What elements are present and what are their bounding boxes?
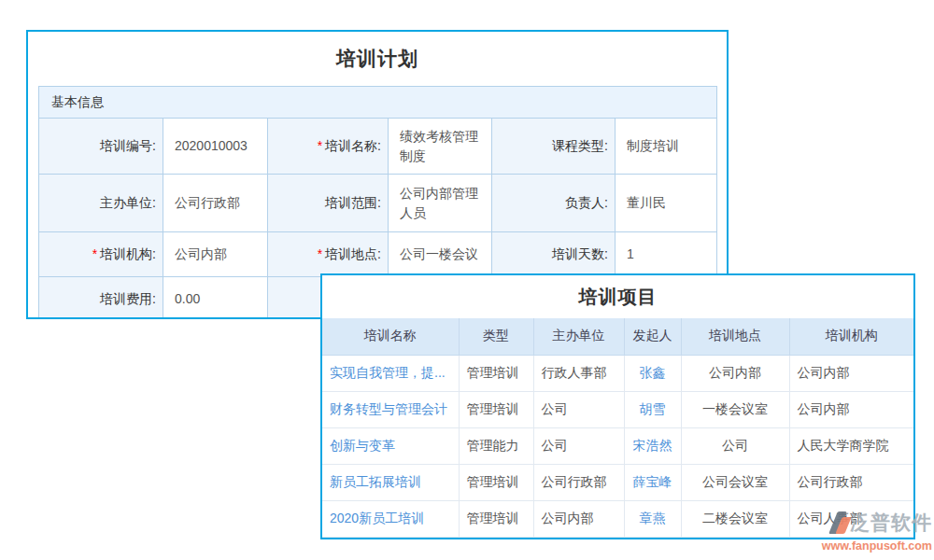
watermark-website-url: www.fanpusoft.com [814,539,932,553]
column-header: 类型 [459,318,533,355]
table-row: 2020新员工培训管理培训公司内部章燕二楼会议室公司人事部 [322,500,913,537]
table-row: 实现自我管理，提...管理培训行政人事部张鑫公司内部公司内部 [322,355,913,391]
cell-institution: 公司内部 [789,355,913,391]
cell-institution: 公司内部 [789,391,913,427]
cell-type: 管理能力 [459,427,533,464]
training-projects-panel: 培训项目 培训名称类型主办单位发起人培训地点培训机构 实现自我管理，提...管理… [320,273,915,539]
cell-name: 财务转型与管理会计 [322,391,459,427]
cell-initiator: 薛宝峰 [624,464,681,500]
required-asterisk: * [318,138,322,153]
table-row: 新员工拓展培训管理培训公司行政部薛宝峰公司会议室公司行政部 [322,464,913,500]
initiator-link[interactable]: 胡雪 [640,401,666,416]
column-header: 主办单位 [533,318,624,355]
field-label: 负责人: [492,175,616,232]
cell-name: 新员工拓展培训 [322,464,459,500]
table-row: 财务转型与管理会计管理培训公司胡雪一楼会议室公司内部 [322,391,913,427]
field-value: 绩效考核管理制度 [389,119,492,175]
column-header: 发起人 [624,318,681,355]
cell-organizer: 行政人事部 [533,355,624,391]
cell-organizer: 公司内部 [533,500,624,537]
form-row: 培训编号:2020010003*培训名称:绩效考核管理制度课程类型:制度培训 [39,119,717,175]
cell-type: 管理培训 [459,355,533,391]
field-label: 课程类型: [492,119,616,175]
field-label: 培训范围: [268,175,389,232]
cell-name: 实现自我管理，提... [322,355,459,391]
field-value: 0.00 [163,277,268,320]
cell-initiator: 张鑫 [624,355,681,391]
field-value: 公司内部管理人员 [389,175,492,232]
column-header: 培训名称 [322,318,459,355]
field-label: *培训机构: [39,232,163,277]
field-value: 2020010003 [163,119,268,175]
cell-location: 二楼会议室 [681,500,789,537]
field-value: 1 [616,232,717,277]
cell-type: 管理培训 [459,500,533,537]
field-label: 培训编号: [39,119,163,175]
project-name-link[interactable]: 新员工拓展培训 [330,474,421,489]
field-value: 制度培训 [616,119,717,175]
column-header: 培训机构 [789,318,913,355]
required-asterisk: * [92,246,97,261]
cell-initiator: 宋浩然 [624,427,681,464]
initiator-link[interactable]: 章燕 [640,511,666,525]
form-row: 主办单位:公司行政部培训范围:公司内部管理人员负责人:董川民 [39,175,717,232]
field-value: 公司内部 [163,232,268,277]
projects-table: 培训名称类型主办单位发起人培训地点培训机构 实现自我管理，提...管理培训行政人… [322,318,913,538]
project-name-link[interactable]: 2020新员工培训 [330,511,424,525]
table-row: 创新与变革管理能力公司宋浩然公司人民大学商学院 [322,427,913,464]
initiator-link[interactable]: 张鑫 [640,365,666,380]
project-name-link[interactable]: 创新与变革 [330,438,395,453]
cell-institution: 公司行政部 [789,464,913,500]
cell-initiator: 胡雪 [624,391,681,427]
field-value: 董川民 [616,175,717,232]
cell-organizer: 公司 [533,391,624,427]
initiator-link[interactable]: 宋浩然 [633,438,672,453]
cell-institution: 公司人事部 [789,500,913,537]
cell-name: 2020新员工培训 [322,500,459,537]
project-name-link[interactable]: 实现自我管理，提... [330,365,446,380]
field-value: 公司一楼会议 [389,232,492,277]
cell-type: 管理培训 [459,464,533,500]
cell-location: 公司内部 [681,355,789,391]
field-label: *培训地点: [268,232,389,277]
cell-institution: 人民大学商学院 [789,427,913,464]
cell-location: 一楼会议室 [681,391,789,427]
projects-header-row: 培训名称类型主办单位发起人培训地点培训机构 [322,318,913,355]
field-label: 主办单位: [39,175,163,232]
cell-organizer: 公司 [533,427,624,464]
form-row: *培训机构:公司内部*培训地点:公司一楼会议培训天数:1 [39,232,717,277]
field-label: 培训费用: [39,277,163,320]
cell-organizer: 公司行政部 [533,464,624,500]
initiator-link[interactable]: 薛宝峰 [633,474,672,489]
field-label: 培训天数: [492,232,616,277]
section-header-basic-info: 基本信息 [39,87,717,119]
cell-location: 公司会议室 [681,464,789,500]
field-value: 公司行政部 [163,175,268,232]
field-label: *培训名称: [268,119,389,175]
training-plan-title: 培训计划 [28,32,727,86]
cell-name: 创新与变革 [322,427,459,464]
training-projects-title: 培训项目 [322,275,913,318]
column-header: 培训地点 [681,318,789,355]
cell-type: 管理培训 [459,391,533,427]
required-asterisk: * [318,246,322,261]
cell-location: 公司 [681,427,789,464]
cell-initiator: 章燕 [624,500,681,537]
project-name-link[interactable]: 财务转型与管理会计 [330,401,447,416]
